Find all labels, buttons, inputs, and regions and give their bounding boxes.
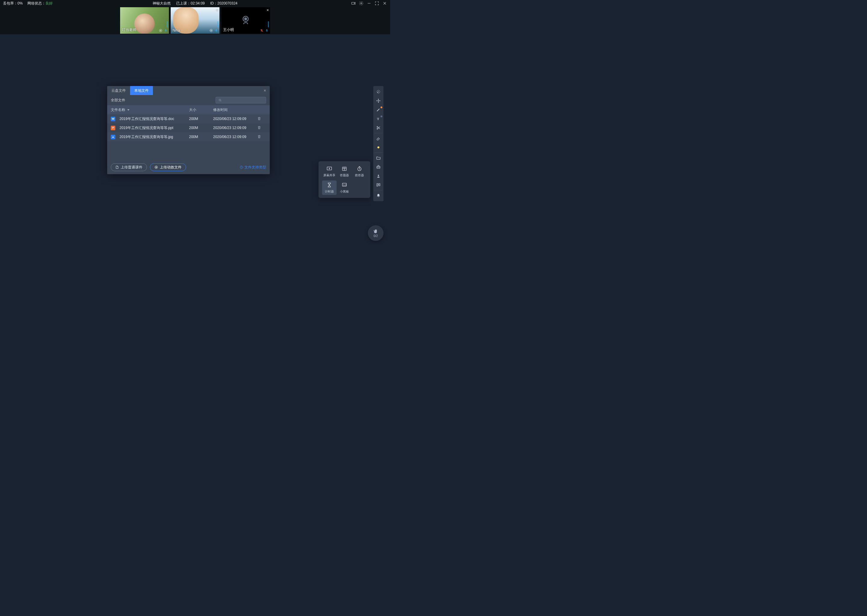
delete-file-icon[interactable] [257,134,261,139]
upload-normal-button[interactable]: 上传普通课件 [111,163,147,171]
tab-local-files[interactable]: 本地文件 [130,86,153,95]
participant-name: Nina [172,28,180,33]
remove-participant-icon[interactable]: × [216,8,218,13]
svg-point-36 [378,175,379,176]
file-size: 200M [189,135,213,139]
hand-raise-button[interactable]: 0/2 [368,225,383,241]
file-row[interactable]: P2019年工作汇报情况查询等等.ppt200M2020/06/23 12:09… [107,123,270,132]
info-icon [240,165,243,169]
tool-blackboard[interactable]: 2+3 小黑板 [337,181,352,195]
tool-bell[interactable] [374,191,383,200]
search-input[interactable] [216,97,266,104]
col-modified-header[interactable]: 修改时间 [213,107,257,113]
tool-chat[interactable] [374,181,383,190]
file-modified: 2020/06/23 12:09:09 [213,135,257,139]
camera-status-icon [159,28,162,33]
tool-eraser[interactable] [374,134,383,143]
svg-text:B: B [345,167,346,168]
file-modified: 2020/06/23 12:09:09 [213,117,257,121]
video-tile-student[interactable]: × 王小明 [221,7,270,34]
settings-icon[interactable] [359,1,364,6]
svg-rect-35 [377,167,380,168]
file-row[interactable]: W2019年工作汇报情况查询等等.doc200M2020/06/23 12:09… [107,114,270,123]
video-tile-teacher[interactable]: 叮当老师 [120,7,169,34]
mic-muted-icon [260,28,264,33]
svg-point-6 [160,30,161,31]
tool-text[interactable]: T [374,114,383,123]
svg-text:T: T [377,117,379,121]
file-type-icon: P [111,126,115,130]
col-size-header[interactable]: 大小 [189,107,213,113]
svg-text:2+3: 2+3 [343,184,346,186]
tool-timer[interactable]: 计时器 [322,181,337,195]
svg-line-17 [221,101,221,101]
toolbox-popup: 屏幕共享 AB 答题器 抢答器 计时器 2+3 小黑板 [318,161,370,198]
file-size: 200M [189,126,213,130]
search-icon [218,98,222,102]
tool-answer[interactable]: AB 答题器 [337,164,352,179]
tool-scissors[interactable] [374,123,383,132]
elapsed-time: 已上课：02:34:09 [176,1,205,6]
file-modified: 2020/06/23 12:09:09 [213,126,257,130]
file-table-header: 文件名称 大小 修改时间 [107,105,270,114]
minimize-icon[interactable] [367,1,372,6]
tool-laser[interactable] [374,87,383,96]
svg-rect-0 [352,2,354,5]
svg-point-9 [211,30,212,31]
file-support-hint[interactable]: 文件支持类型 [240,165,266,170]
file-icon [115,165,119,169]
file-type-icon: ▲ [111,135,115,139]
video-tile-student[interactable]: × Nina [171,7,219,34]
video-strip: 叮当老师 × Nina × 王小明 [0,6,390,34]
svg-rect-15 [266,29,267,31]
delete-file-icon[interactable] [257,116,261,121]
close-dialog-icon[interactable]: × [264,88,266,93]
maximize-icon[interactable] [375,1,379,6]
camera-off-placeholder-icon [239,14,252,27]
file-name: 2019年工作汇报情况查询等等.ppt [120,126,173,130]
tab-cloud-files[interactable]: 云盘文件 [107,86,130,95]
tool-folder[interactable] [374,153,383,162]
file-name: 2019年工作汇报情况查询等等.jpg [120,134,173,140]
svg-point-37 [377,184,378,185]
remove-participant-icon[interactable]: × [266,8,269,13]
delete-file-icon[interactable] [257,126,261,130]
svg-point-12 [245,18,247,20]
tool-toolbox[interactable] [374,162,383,171]
session-id: ID：2020070324 [210,1,238,6]
all-files-label: 全部文件 [111,98,125,103]
volume-level-icon [268,22,269,27]
hand-raise-count: 0/2 [374,234,378,237]
tool-responder[interactable]: 抢答器 [352,164,367,179]
col-name-header[interactable]: 文件名称 [111,107,125,113]
upload-animated-button[interactable]: 上传动效文件 [150,163,186,171]
packet-loss-text: 丢包率：0% [3,1,22,6]
file-row[interactable]: ▲2019年工作汇报情况查询等等.jpg200M2020/06/23 12:09… [107,132,270,141]
camera-icon[interactable] [351,1,356,6]
tool-color[interactable] [374,143,383,152]
tool-move[interactable] [374,96,383,105]
top-status-bar: 丢包率：0% 网络状态：良好 神秘大自然 已上课：02:34:09 ID：202… [0,0,390,6]
svg-rect-10 [216,29,216,31]
play-circle-icon [154,165,158,169]
file-name: 2019年工作汇报情况查询等等.doc [120,116,174,121]
volume-level-icon [218,22,218,27]
file-dialog-tabs: 云盘文件 本地文件 × [107,86,270,95]
close-window-icon[interactable] [382,1,387,6]
course-title: 神秘大自然 [153,1,171,6]
tool-screen-share[interactable]: 屏幕共享 [322,164,337,179]
svg-rect-7 [165,29,166,31]
svg-point-16 [219,99,221,101]
svg-point-1 [361,3,362,4]
right-toolbar: T [373,86,383,201]
svg-point-38 [378,184,378,185]
tool-pen[interactable] [374,105,383,114]
tool-participants[interactable] [374,171,383,181]
svg-point-21 [241,167,242,167]
file-dialog: 云盘文件 本地文件 × 全部文件 文件名称 大小 修改时间 W2019年工作汇报… [107,86,270,174]
mic-status-icon [265,28,269,33]
sort-icon[interactable] [127,108,130,111]
svg-point-32 [377,129,378,129]
svg-point-34 [377,146,380,149]
hand-icon [373,229,378,234]
